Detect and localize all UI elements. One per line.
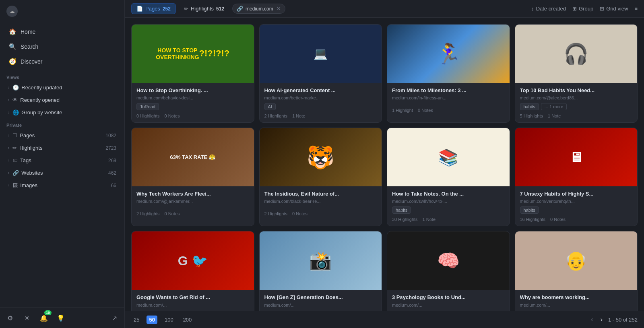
card-7[interactable]: 📚 How to Take Notes. On the ... medium.c…	[387, 128, 510, 226]
card-6-thumb: 🐯	[260, 128, 382, 186]
chevron-right-icon: ›	[8, 171, 9, 175]
card-2-tags: AI	[264, 103, 377, 110]
notifications-button[interactable]: 🔔 10	[38, 312, 50, 324]
discover-icon: 🧭	[9, 58, 17, 65]
topbar-actions: ↕ Date created ⊞ Group ⊞ Grid view ≡	[531, 6, 638, 12]
sidebar: ☁ 🏠 Home 🔍 Search 🧭 Discover Views › 🕐 R…	[0, 0, 125, 328]
recently-opened-label: Recently opened	[20, 97, 116, 103]
card-1-url: medium.com/behavior-desi...	[136, 95, 249, 100]
card-12-url: medium.com/...	[520, 303, 633, 307]
sidebar-item-highlights[interactable]: › ✏ Highlights 2723	[2, 142, 122, 154]
sidebar-item-recently-opened[interactable]: › 👁 Recently opened	[2, 94, 122, 106]
card-1-title: How to Stop Overthinking. ...	[136, 87, 249, 94]
settings-button[interactable]: ⚙	[4, 312, 16, 324]
card-5-notes: 0 Notes	[164, 211, 180, 216]
card-8-highlights: 16 Highlights	[520, 217, 546, 222]
sidebar-item-group-by-website[interactable]: › 🌐 Group by website	[2, 107, 122, 118]
group-button[interactable]: ⊞ Group	[572, 6, 593, 12]
card-7-notes: 1 Note	[423, 217, 436, 222]
card-3-title: From Miles to Milestones: 3 ...	[392, 87, 505, 94]
card-7-tag-0: habits	[392, 206, 411, 214]
card-2-stats: 2 Highlights 1 Note	[264, 113, 377, 118]
card-3-tags	[392, 103, 505, 105]
group-icon: ⊞	[572, 6, 577, 12]
websites-count: 462	[108, 170, 116, 176]
card-5[interactable]: 63% TAX RATE 😤 Why Tech Workers Are Flee…	[131, 128, 254, 226]
websites-icon: 🔗	[12, 170, 19, 176]
card-10[interactable]: 📸 How [Gen Z] Generation Does... medium.…	[259, 231, 382, 311]
notification-badge: 10	[44, 310, 52, 315]
card-1[interactable]: HOW TO STOPOVERTHINKING?!?!?!? How to St…	[131, 24, 254, 123]
card-3-highlights: 1 Highlight	[392, 108, 413, 113]
card-3-thumb-text: 🏃‍♀️	[387, 25, 510, 83]
grid-view-button[interactable]: ⊞ Grid view	[600, 6, 628, 12]
highlights-label: Highlights	[19, 145, 103, 151]
sort-options-button[interactable]: ≡	[634, 6, 638, 12]
card-10-title: How [Gen Z] Generation Does...	[264, 294, 377, 301]
app-logo: ☁	[6, 6, 18, 17]
card-9[interactable]: G 🐦 Google Wants to Get Rid of ... mediu…	[131, 231, 254, 311]
sidebar-item-home[interactable]: 🏠 Home	[2, 25, 122, 39]
card-4[interactable]: 🎧 Top 10 Bad Habits You Need... medium.c…	[515, 24, 638, 123]
help-button[interactable]: 💡	[55, 312, 67, 324]
sidebar-item-discover[interactable]: 🧭 Discover	[2, 54, 122, 69]
card-5-title: Why Tech Workers Are Fleei...	[136, 190, 249, 198]
group-by-website-label: Group by website	[21, 109, 116, 116]
filter-chip-close[interactable]: ✕	[277, 6, 281, 12]
chevron-right-icon: ›	[8, 85, 9, 90]
card-5-thumb-text: 63% TAX RATE 😤	[132, 128, 254, 186]
card-4-tag-more: ... 1 more	[541, 103, 567, 110]
card-6-thumb-text: 🐯	[260, 128, 382, 186]
card-2-title: How AI-generated Content ...	[264, 87, 377, 94]
card-5-url: medium.com/@jankammer...	[136, 199, 249, 204]
tab-pages[interactable]: 📄 Pages 252	[131, 3, 176, 14]
cloud-icon: ☁	[9, 8, 15, 14]
page-size-25[interactable]: 25	[131, 316, 142, 324]
sidebar-item-tags[interactable]: › 🏷 Tags 269	[2, 155, 122, 166]
clock-icon: 🕐	[12, 85, 19, 91]
grid-icon: ⊞	[600, 6, 604, 12]
bottom-icons-left: ⚙ ☀ 🔔 10 💡	[4, 312, 67, 324]
card-11-body: 3 Psychology Books to Und... medium.com/…	[387, 290, 510, 311]
card-12[interactable]: 👴 Why are boomers working... medium.com/…	[515, 231, 638, 311]
export-button[interactable]: ↗	[108, 312, 120, 324]
card-1-tags: ToRead	[136, 103, 249, 110]
card-6[interactable]: 🐯 The Insidious, Evil Nature of... mediu…	[259, 128, 382, 226]
filter-chip-medium[interactable]: 🔗 medium.com ✕	[232, 4, 285, 14]
date-created-label: Date created	[536, 6, 566, 12]
card-3[interactable]: 🏃‍♀️ From Miles to Milestones: 3 ... med…	[387, 24, 510, 123]
date-created-button[interactable]: ↕ Date created	[531, 6, 566, 12]
chevron-right-icon: ›	[8, 183, 9, 188]
card-3-url: medium.com/in-fitness-an...	[392, 95, 505, 100]
card-7-stats: 30 Highlights 1 Note	[392, 217, 505, 222]
images-icon: 🖼	[12, 182, 18, 188]
card-8[interactable]: 🖥 7 Unsexy Habits of Highly S... medium.…	[515, 128, 638, 226]
card-2[interactable]: 💻 How AI-generated Content ... medium.co…	[259, 24, 382, 123]
group-label: Group	[579, 6, 593, 12]
card-4-body: Top 10 Bad Habits You Need... medium.com…	[515, 83, 638, 122]
card-9-thumb-text: G 🐦	[132, 231, 254, 290]
card-5-tags	[136, 206, 249, 208]
sidebar-item-search[interactable]: 🔍 Search	[2, 39, 122, 54]
page-size-200[interactable]: 200	[181, 316, 194, 324]
sidebar-item-pages[interactable]: › ☐ Pages 1082	[2, 130, 122, 141]
sidebar-item-websites[interactable]: › 🔗 Websites 462	[2, 167, 122, 179]
link-icon: 🔗	[237, 6, 243, 12]
card-11-url: medium.com/...	[392, 303, 505, 307]
card-10-body: How [Gen Z] Generation Does... medium.co…	[260, 290, 382, 311]
pagination-info: 1 - 50 of 252	[608, 317, 638, 323]
card-11[interactable]: 🧠 3 Psychology Books to Und... medium.co…	[387, 231, 510, 311]
page-size-100[interactable]: 100	[162, 316, 176, 324]
sidebar-item-recently-updated[interactable]: › 🕐 Recently updated	[2, 82, 122, 93]
card-2-thumb: 💻	[260, 25, 382, 83]
next-page-button[interactable]: ›	[599, 314, 604, 325]
sidebar-item-images[interactable]: › 🖼 Images 66	[2, 179, 122, 191]
tab-highlights[interactable]: ✏ Highlights 512	[179, 4, 229, 14]
card-4-tag-0: habits	[520, 103, 539, 110]
page-size-50[interactable]: 50	[147, 316, 157, 324]
card-11-title: 3 Psychology Books to Und...	[392, 294, 505, 301]
pages-tab-icon: 📄	[136, 6, 143, 12]
prev-page-button[interactable]: ‹	[589, 314, 594, 325]
grid-view-label: Grid view	[606, 6, 628, 12]
theme-button[interactable]: ☀	[21, 312, 33, 324]
